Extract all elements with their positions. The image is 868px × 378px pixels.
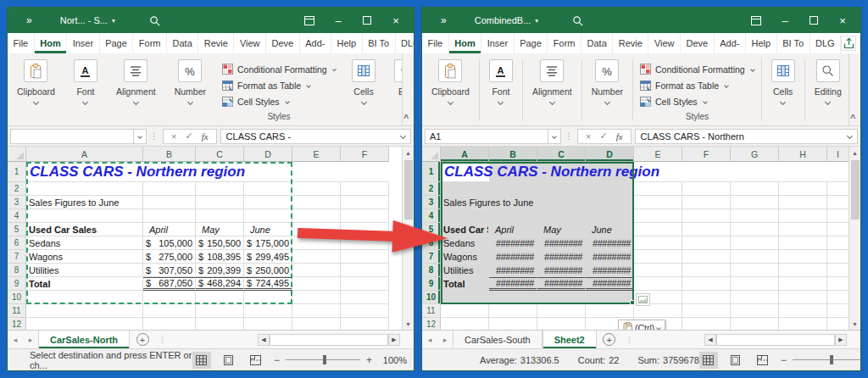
previous-sheet-button[interactable]: ◂ (422, 331, 437, 348)
cell-A6[interactable]: Sedans (26, 236, 143, 250)
cells-button[interactable] (352, 59, 376, 82)
column-header-B[interactable]: B (143, 147, 196, 162)
row-header-11[interactable]: 11 (8, 304, 26, 318)
row-header-5[interactable]: 5 (422, 223, 441, 236)
cell-A1[interactable]: CLASS CARS - Northern region (26, 162, 389, 182)
cell-B6[interactable]: $105,000 (143, 236, 196, 250)
cell-D3[interactable] (244, 196, 292, 209)
ribbon-display-options-button[interactable] (742, 8, 771, 33)
row-header-2[interactable]: 2 (422, 182, 441, 196)
row-header-1[interactable]: 1 (8, 162, 26, 182)
cell-F7[interactable] (682, 250, 731, 264)
page-break-view-button[interactable] (247, 352, 265, 369)
cell-E3[interactable] (634, 196, 682, 209)
ribbon-tab-help[interactable]: Help (331, 33, 363, 53)
row-header-6[interactable]: 6 (8, 236, 26, 250)
cell-D4[interactable] (586, 209, 634, 223)
collapse-ribbon-button[interactable]: ^ (403, 114, 409, 123)
row-header-12[interactable]: 12 (422, 318, 441, 330)
cell-C7[interactable]: ######## (537, 250, 586, 264)
cell-D7[interactable]: $299,495 (244, 250, 292, 264)
cell-D4[interactable] (244, 209, 292, 223)
document-title[interactable]: Nort... - S...▾ (60, 15, 115, 25)
cell-B4[interactable] (143, 209, 196, 223)
cell-D7[interactable]: ######## (586, 250, 634, 264)
cell-D9[interactable]: ######## (586, 277, 634, 291)
cell-C11[interactable] (196, 304, 244, 318)
conditional-formatting-button[interactable]: Conditional Formatting (222, 61, 336, 77)
cell-E12[interactable] (292, 318, 341, 330)
minimize-button[interactable]: – (324, 8, 353, 33)
font-button[interactable]: A (74, 59, 97, 82)
ribbon-group-font[interactable]: AFont (64, 59, 107, 125)
ribbon-tab-file[interactable]: File (8, 33, 35, 53)
format-as-table-button[interactable]: Format as Table (222, 77, 336, 93)
select-all-corner[interactable] (422, 147, 441, 162)
ribbon-tab-form[interactable]: Form (548, 33, 581, 53)
editing-button[interactable] (816, 59, 840, 82)
cells-button[interactable] (771, 59, 795, 82)
normal-view-button[interactable] (192, 352, 211, 369)
cell-E10[interactable] (292, 291, 341, 304)
cell-A10[interactable] (441, 291, 489, 304)
cell-F5[interactable] (682, 223, 731, 236)
horizontal-scrollbar[interactable]: ◀▶ (704, 331, 860, 348)
row-header-8[interactable]: 8 (422, 264, 441, 277)
cell-A2[interactable] (441, 182, 489, 196)
row-header-8[interactable]: 8 (8, 264, 26, 277)
cell-B9[interactable]: $687,050 (143, 277, 196, 291)
cell-F9[interactable] (682, 277, 731, 291)
cell-E3[interactable] (292, 196, 341, 209)
ribbon-tab-view[interactable]: View (234, 33, 266, 53)
cell-D11[interactable] (244, 304, 292, 318)
cell-G5[interactable] (731, 223, 779, 236)
cancel-entry-button[interactable]: × (586, 131, 591, 142)
maximize-button[interactable] (799, 8, 828, 33)
cell-E9[interactable] (634, 277, 682, 291)
normal-view-button[interactable] (699, 352, 718, 369)
select-all-corner[interactable] (8, 147, 26, 162)
cell-B11[interactable] (489, 304, 537, 318)
clipboard-button[interactable] (24, 59, 47, 82)
ribbon-group-number[interactable]: %Number (165, 59, 215, 125)
page-layout-view-button[interactable] (220, 352, 238, 369)
vertical-scrollbar[interactable]: ▲▼ (849, 147, 860, 330)
cell-I12[interactable] (827, 318, 849, 330)
cell-D9[interactable]: $724,495 (244, 277, 292, 291)
cell-D5[interactable]: June (244, 223, 292, 236)
cell-E5[interactable] (292, 223, 341, 236)
number-button[interactable]: % (178, 59, 202, 82)
row-header-6[interactable]: 6 (422, 236, 441, 250)
cell-C4[interactable] (537, 209, 586, 223)
column-header-F[interactable]: F (682, 147, 731, 162)
row-header-4[interactable]: 4 (422, 209, 441, 223)
cell-B5[interactable]: April (143, 223, 196, 236)
paste-options-button[interactable]: (Ctrl) (618, 320, 665, 330)
cell-E6[interactable] (292, 236, 341, 250)
ribbon-group-number[interactable]: %Number (582, 59, 632, 125)
ribbon-tab-deve[interactable]: Deve (681, 33, 715, 53)
cell-A12[interactable] (26, 318, 143, 330)
row-header-3[interactable]: 3 (422, 196, 441, 209)
cell-E2[interactable] (292, 182, 341, 196)
cell-H11[interactable] (779, 304, 827, 318)
name-box[interactable]: A1 (425, 129, 548, 144)
cell-B2[interactable] (489, 182, 537, 196)
cell-D2[interactable] (586, 182, 634, 196)
scroll-up-icon[interactable]: ▲ (849, 147, 860, 158)
format-as-table-button[interactable]: Format as Table (640, 77, 754, 93)
cell-F11[interactable] (682, 304, 731, 318)
cell-G10[interactable] (731, 291, 779, 304)
ribbon-tab-hom[interactable]: Hom (35, 33, 67, 53)
ribbon-tab-hom[interactable]: Hom (449, 33, 481, 53)
cell-E6[interactable] (634, 236, 682, 250)
next-sheet-button[interactable]: ▸ (437, 331, 453, 348)
horizontal-scroll-track[interactable] (716, 334, 835, 346)
cell-A5[interactable]: Used Car Sales (26, 223, 143, 236)
ribbon-tab-page[interactable]: Page (515, 33, 548, 53)
expand-formula-bar-icon[interactable] (400, 133, 406, 139)
cell-G12[interactable] (731, 318, 779, 330)
cell-G9[interactable] (731, 277, 779, 291)
cell-E11[interactable] (634, 304, 682, 318)
ribbon-tab-deve[interactable]: Deve (266, 33, 300, 53)
